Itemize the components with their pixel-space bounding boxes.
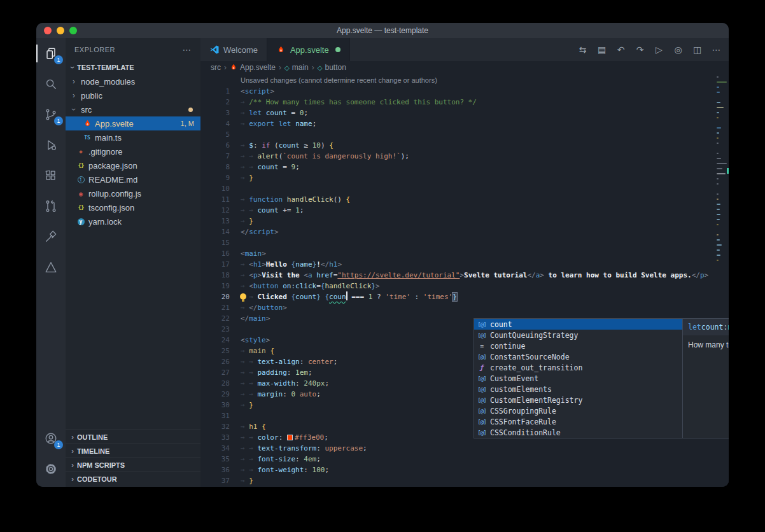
activity-extensions[interactable] — [36, 160, 66, 191]
code-line-34[interactable]: 34→ → text-transform: uppercase; — [200, 443, 715, 454]
open-changes-icon[interactable]: ⇆ — [574, 41, 591, 58]
chevron-down-icon: › — [69, 105, 78, 114]
open-file-icon[interactable]: ▤ — [593, 41, 610, 58]
suggestion-customevent[interactable]: [@]CustomEvent — [474, 373, 682, 384]
code-line-15[interactable]: 15 — [200, 237, 715, 248]
split-editor-icon[interactable]: ◫ — [689, 41, 706, 58]
tree-item-src[interactable]: ›src — [66, 102, 200, 116]
tree-item-package-json[interactable]: {}package.json — [66, 158, 200, 172]
code-line-36[interactable]: 36→ → font-weight: 100; — [200, 465, 715, 475]
code-line-3[interactable]: 3→ let count = 0; — [200, 108, 715, 118]
vscode-window: App.svelte — test-template 11 1 EXPLORER… — [36, 23, 729, 487]
symbol-keyword-icon: ≡ — [477, 342, 487, 349]
vscode-icon — [209, 45, 220, 55]
tab-app-svelte[interactable]: App.svelte — [267, 38, 350, 61]
tree-item-readme-md[interactable]: iREADME.md — [66, 172, 200, 186]
minimap[interactable] — [717, 76, 727, 265]
tree-item-node-modules[interactable]: ›node_modules — [66, 74, 200, 88]
tree-item-app-svelte[interactable]: App.svelte1, M — [66, 116, 200, 130]
tree-item-public[interactable]: ›public — [66, 88, 200, 102]
code-line-4[interactable]: 4→ export let name; — [200, 118, 715, 129]
code-line-37[interactable]: 37→ } — [200, 475, 715, 486]
activity-search[interactable] — [36, 69, 66, 99]
code-line-8[interactable]: 8→ → count = 9; — [200, 162, 715, 172]
tree-item-main-ts[interactable]: TSmain.ts — [66, 130, 200, 144]
panel-codetour[interactable]: ›CODETOUR — [66, 472, 200, 486]
workspace-root[interactable]: › TEST-TEMPLATE — [66, 60, 200, 74]
panel-npm-scripts[interactable]: ›NPM SCRIPTS — [66, 458, 200, 472]
more-actions-icon[interactable]: ⋯ — [708, 41, 725, 58]
code-line-11[interactable]: 11→ function handleClick() { — [200, 194, 715, 205]
suggestion-count[interactable]: [@]count — [474, 319, 682, 330]
activity-github-pr[interactable] — [36, 191, 66, 221]
close-window-button[interactable] — [44, 27, 52, 34]
activity-accounts[interactable]: 1 — [36, 423, 66, 454]
tab-welcome[interactable]: Welcome — [200, 38, 267, 61]
code-line-9[interactable]: 9→ } — [200, 172, 715, 183]
tree-item-rollup-config-js[interactable]: ◉rollup.config.js — [66, 186, 200, 200]
more-actions-icon[interactable]: ⋯ — [183, 45, 192, 55]
suggestion-cssfontfacerule[interactable]: [@]CSSFontFaceRule — [474, 416, 682, 427]
code-line-12[interactable]: 12→ → count += 1; — [200, 205, 715, 216]
breadcrumb-main[interactable]: ◇main — [284, 63, 309, 72]
activity-azure[interactable] — [36, 252, 66, 283]
code-line-7[interactable]: 7→ → alert(`count is dangerously high!`)… — [200, 151, 715, 162]
code-line-10[interactable]: 10 — [200, 183, 715, 194]
svelte-icon — [230, 64, 237, 71]
code-line-20[interactable]: 20→ → Clicked {count} {coun === 1 ? 'tim… — [200, 291, 715, 302]
tree-item-label: src — [81, 105, 92, 115]
line-number: 31 — [200, 410, 230, 421]
lightbulb-icon[interactable] — [240, 293, 246, 300]
activity-source-control[interactable]: 1 — [36, 99, 66, 130]
code-line-17[interactable]: 17→ <h1>Hello {name}!</h1> — [200, 259, 715, 270]
suggestion-constantsourcenode[interactable]: [@]ConstantSourceNode — [474, 351, 682, 362]
tree-item-yarn-lock[interactable]: yyarn.lock — [66, 214, 200, 228]
breadcrumb-app-svelte[interactable]: App.svelte — [230, 63, 276, 72]
tree-item-gitignore[interactable]: ◆.gitignore — [66, 144, 200, 158]
next-change-icon[interactable]: ↷ — [631, 41, 649, 58]
panel-timeline[interactable]: ›TIMELINE — [66, 444, 200, 458]
breadcrumb-src[interactable]: src — [211, 63, 221, 72]
code-line-2[interactable]: 2→ /** How many times has someone clicke… — [200, 97, 715, 108]
breadcrumb-button[interactable]: ◇button — [318, 63, 346, 72]
code-line-5[interactable]: 5 — [200, 129, 715, 140]
zoom-window-button[interactable] — [69, 27, 77, 34]
suggestion-continue[interactable]: ≡continue — [474, 340, 682, 351]
breadcrumb-separator: › — [279, 63, 281, 72]
panel-outline[interactable]: ›OUTLINE — [66, 430, 200, 444]
code-line-35[interactable]: 35→ → font-size: 4em; — [200, 454, 715, 465]
previous-change-icon[interactable]: ↶ — [612, 41, 629, 58]
activity-explorer[interactable]: 1 — [36, 38, 66, 69]
suggestion-cssconditionrule[interactable]: [@]CSSConditionRule — [474, 427, 682, 438]
line-number: 8 — [200, 162, 230, 172]
code-line-1[interactable]: 1<script> — [200, 86, 715, 97]
activity-remote[interactable] — [36, 221, 66, 252]
editor-group: WelcomeApp.svelte ⇆▤↶↷▷◎◫⋯ src›App.svelt… — [200, 38, 729, 487]
run-debug-icon — [44, 138, 58, 152]
suggestion-customelements[interactable]: [@]customElements — [474, 384, 682, 395]
tree-item-tsconfig-json[interactable]: {}tsconfig.json — [66, 200, 200, 214]
line-number: 6 — [200, 140, 230, 151]
titlebar[interactable]: App.svelte — test-template — [36, 23, 729, 38]
code-line-6[interactable]: 6→ $: if (count ≥ 10) { — [200, 140, 715, 151]
suggestion-countqueuingstrategy[interactable]: [@]CountQueuingStrategy — [474, 330, 682, 340]
code-line-18[interactable]: 18→ <p>Visit the <a href="https://svelte… — [200, 270, 715, 281]
suggestion-create-out-transition[interactable]: ƒcreate_out_transition — [474, 362, 682, 373]
timeline-icon[interactable]: ◎ — [670, 41, 687, 58]
panel-label: TIMELINE — [77, 447, 109, 455]
suggestion-label: CSSGroupingRule — [490, 407, 556, 416]
suggestion-cssgroupingrule[interactable]: [@]CSSGroupingRule — [474, 405, 682, 416]
code-line-16[interactable]: 16<main> — [200, 248, 715, 259]
tab-label: App.svelte — [290, 45, 329, 55]
activity-settings[interactable] — [36, 454, 66, 484]
code-line-13[interactable]: 13→ } — [200, 216, 715, 227]
suggestion-customelementregistry[interactable]: [@]CustomElementRegistry — [474, 395, 682, 405]
breadcrumb-separator: › — [224, 63, 227, 72]
run-icon[interactable]: ▷ — [650, 41, 668, 58]
line-number: 26 — [200, 356, 230, 367]
code-line-19[interactable]: 19→ <button on:click={handleClick}> — [200, 281, 715, 291]
minimize-window-button[interactable] — [57, 27, 64, 34]
code-line-14[interactable]: 14</script> — [200, 227, 715, 237]
activity-run-debug[interactable] — [36, 130, 66, 160]
code-line-21[interactable]: 21→ </button> — [200, 302, 715, 313]
